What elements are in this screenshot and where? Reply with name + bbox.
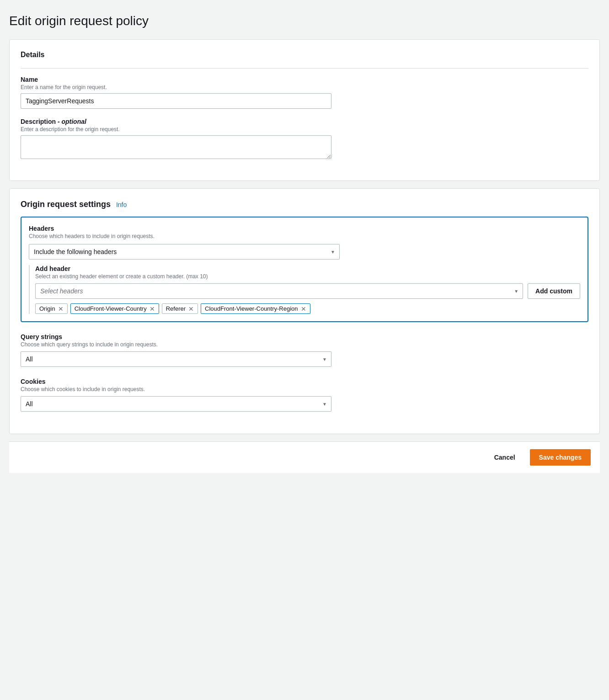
query-strings-section: Query strings Choose which query strings…	[21, 333, 588, 367]
headers-hint: Choose which headers to include in origi…	[29, 233, 580, 239]
tag-referer-label: Referer	[166, 305, 186, 312]
description-hint: Enter a description for the origin reque…	[21, 126, 588, 133]
details-card: Details Name Enter a name for the origin…	[9, 39, 600, 181]
tag-cloudfront-viewer-country-region-label: CloudFront-Viewer-Country-Region	[205, 305, 298, 312]
tag-cloudfront-viewer-country-remove[interactable]: ✕	[150, 306, 155, 312]
add-custom-button[interactable]: Add custom	[528, 283, 580, 299]
cancel-button[interactable]: Cancel	[487, 450, 523, 465]
tags-container: Origin ✕ CloudFront-Viewer-Country ✕ Ref…	[35, 303, 580, 314]
settings-card-title: Origin request settings	[21, 200, 111, 209]
headers-dropdown[interactable]: None All viewer headers Include the foll…	[29, 244, 340, 260]
name-input[interactable]	[21, 93, 331, 109]
details-card-title: Details	[21, 51, 588, 59]
tag-cloudfront-viewer-country-region-remove[interactable]: ✕	[301, 306, 306, 312]
cookies-section: Cookies Choose which cookies to include …	[21, 378, 588, 412]
tag-cloudfront-viewer-country-label: CloudFront-Viewer-Country	[75, 305, 147, 312]
tag-referer-remove[interactable]: ✕	[188, 306, 194, 312]
query-strings-dropdown[interactable]: None All Include the following query str…	[21, 351, 331, 367]
add-header-row: Select headers ▼ Add custom	[35, 283, 580, 299]
settings-card-header: Origin request settings Info	[21, 200, 588, 209]
description-form-group: Description - optional Enter a descripti…	[21, 118, 588, 160]
cookies-label: Cookies	[21, 378, 588, 385]
headers-dropdown-wrapper[interactable]: None All viewer headers Include the foll…	[29, 244, 340, 260]
tag-cloudfront-viewer-country-region: CloudFront-Viewer-Country-Region ✕	[201, 303, 310, 314]
name-label: Name	[21, 76, 588, 83]
cookies-dropdown[interactable]: None All Include the following cookies	[21, 396, 331, 412]
save-button[interactable]: Save changes	[530, 449, 591, 466]
divider	[21, 68, 588, 69]
select-headers-dropdown[interactable]: Select headers	[35, 283, 523, 299]
info-link[interactable]: Info	[116, 201, 127, 208]
select-headers-wrapper[interactable]: Select headers ▼	[35, 283, 523, 299]
tag-origin: Origin ✕	[35, 303, 68, 314]
headers-box: Headers Choose which headers to include …	[21, 217, 588, 322]
tag-origin-label: Origin	[39, 305, 55, 312]
headers-label: Headers	[29, 225, 580, 232]
name-form-group: Name Enter a name for the origin request…	[21, 76, 588, 109]
query-strings-dropdown-wrapper[interactable]: None All Include the following query str…	[21, 351, 331, 367]
settings-card: Origin request settings Info Headers Cho…	[9, 188, 600, 434]
footer-bar: Cancel Save changes	[9, 441, 600, 473]
name-hint: Enter a name for the origin request.	[21, 84, 588, 90]
add-header-hint: Select an existing header element or cre…	[35, 273, 580, 280]
add-header-section: Add header Select an existing header ele…	[29, 265, 580, 314]
page-title: Edit origin request policy	[9, 14, 600, 28]
tag-cloudfront-viewer-country: CloudFront-Viewer-Country ✕	[70, 303, 159, 314]
description-input[interactable]	[21, 135, 331, 159]
query-strings-hint: Choose which query strings to include in…	[21, 341, 588, 348]
cookies-hint: Choose which cookies to include in origi…	[21, 386, 588, 392]
cookies-dropdown-wrapper[interactable]: None All Include the following cookies ▼	[21, 396, 331, 412]
add-header-title: Add header	[35, 265, 580, 272]
query-strings-label: Query strings	[21, 333, 588, 340]
description-label: Description - optional	[21, 118, 588, 125]
tag-origin-remove[interactable]: ✕	[58, 306, 64, 312]
tag-referer: Referer ✕	[162, 303, 198, 314]
